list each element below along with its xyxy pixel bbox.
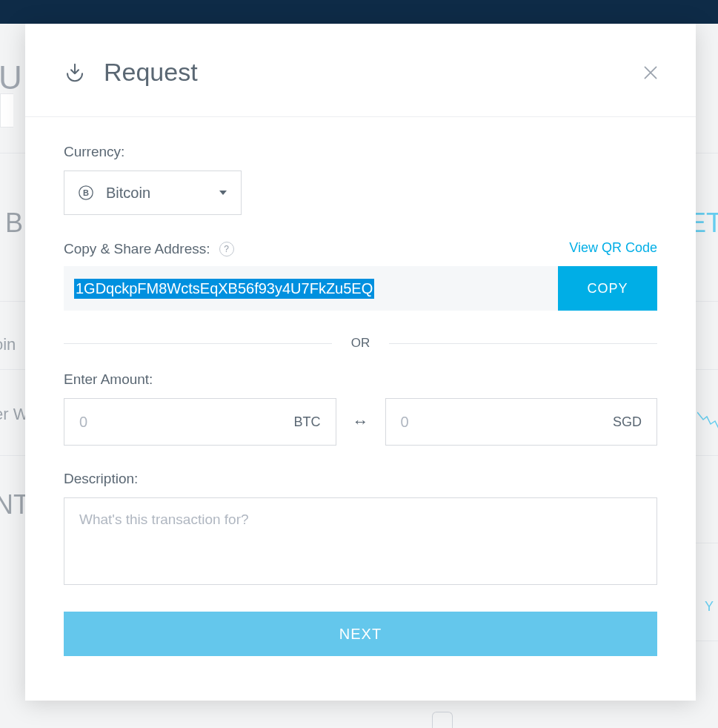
bitcoin-icon: B	[78, 185, 94, 201]
currency-label: Currency:	[64, 144, 657, 160]
amount-section: Enter Amount: BTC ↔ SGD	[64, 371, 657, 446]
help-icon[interactable]: ?	[219, 242, 234, 257]
address-copy-row: 1GDqckpFM8WctsEqXB56f93y4U7FkZu5EQ COPY	[64, 266, 657, 311]
app-top-bar	[0, 0, 718, 24]
divider-line	[64, 343, 332, 344]
next-button[interactable]: NEXT	[64, 612, 657, 656]
description-section: Description:	[64, 471, 657, 588]
or-label: OR	[351, 336, 370, 351]
address-label-text: Copy & Share Address:	[64, 241, 210, 257]
description-input[interactable]	[64, 497, 657, 585]
close-icon	[641, 63, 660, 82]
chevron-down-icon	[219, 188, 227, 197]
modal-body: Currency: B Bitcoin Copy & Share Address…	[25, 117, 696, 656]
amount-fiat-input-wrap: SGD	[385, 398, 658, 446]
view-qr-link[interactable]: View QR Code	[569, 240, 657, 256]
receive-icon	[64, 62, 86, 84]
swap-icon[interactable]: ↔	[353, 412, 369, 431]
currency-section: Currency: B Bitcoin	[64, 144, 657, 215]
amount-label: Enter Amount:	[64, 371, 657, 388]
amount-fiat-input[interactable]	[401, 414, 613, 431]
currency-selected-value: Bitcoin	[106, 185, 150, 202]
amount-crypto-unit: BTC	[294, 414, 321, 430]
address-value: 1GDqckpFM8WctsEqXB56f93y4U7FkZu5EQ	[74, 279, 374, 299]
copy-button[interactable]: COPY	[558, 266, 657, 311]
currency-select[interactable]: B Bitcoin	[64, 171, 242, 215]
address-label: Copy & Share Address: ?	[64, 241, 234, 257]
amount-fiat-unit: SGD	[613, 414, 642, 430]
amount-crypto-input[interactable]	[79, 414, 294, 431]
request-modal: Request Currency: B Bitcoin	[25, 24, 696, 701]
modal-title-wrap: Request	[64, 58, 198, 87]
svg-text:B: B	[83, 188, 89, 197]
modal-title: Request	[104, 58, 198, 87]
modal-header: Request	[25, 24, 696, 117]
amount-crypto-input-wrap: BTC	[64, 398, 336, 446]
address-header-row: Copy & Share Address: ? View QR Code	[64, 240, 657, 257]
amount-row: BTC ↔ SGD	[64, 398, 657, 446]
close-button[interactable]	[641, 63, 660, 82]
address-display[interactable]: 1GDqckpFM8WctsEqXB56f93y4U7FkZu5EQ	[64, 266, 558, 311]
divider-line	[389, 343, 657, 344]
description-label: Description:	[64, 471, 657, 487]
or-divider: OR	[64, 336, 657, 351]
